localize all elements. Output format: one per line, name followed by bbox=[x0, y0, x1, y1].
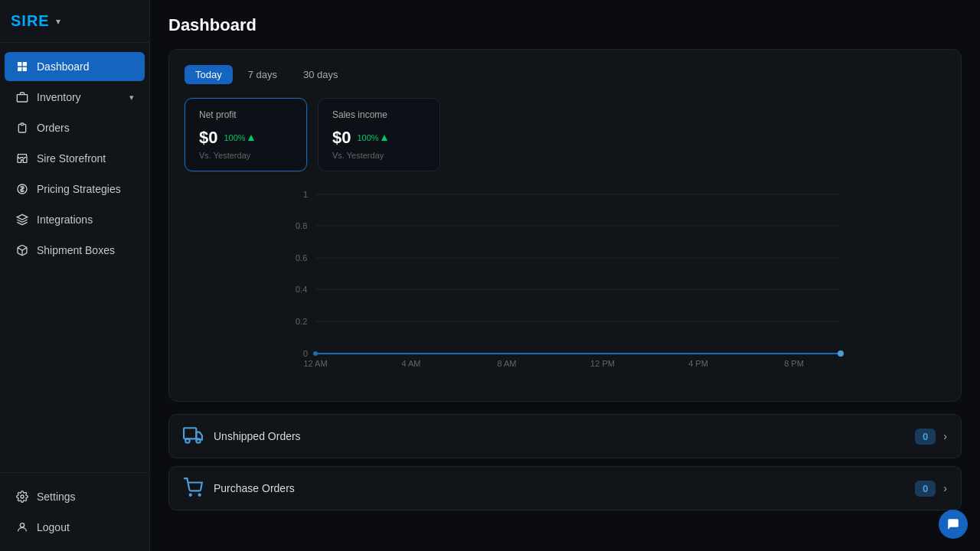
sidebar-item-label: Orders bbox=[37, 122, 134, 134]
svg-text:4 AM: 4 AM bbox=[401, 359, 420, 368]
sidebar-item-integrations[interactable]: Integrations bbox=[5, 205, 145, 234]
chart-svg: 1 0.8 0.6 0.4 0.2 0 12 AM bbox=[185, 187, 946, 370]
sidebar-item-inventory[interactable]: Inventory ▾ bbox=[5, 83, 145, 112]
sidebar-item-label: Settings bbox=[37, 491, 134, 503]
page-title: Dashboard bbox=[168, 15, 962, 35]
metric-value: $0 bbox=[199, 128, 217, 148]
logo: SIRE bbox=[11, 12, 50, 30]
unshipped-orders-count: 0 bbox=[915, 429, 936, 445]
svg-text:12 PM: 12 PM bbox=[590, 359, 615, 368]
period-tabs: Today 7 days 30 days bbox=[185, 65, 946, 84]
svg-rect-1 bbox=[23, 62, 27, 66]
svg-text:8 AM: 8 AM bbox=[497, 359, 516, 368]
tab-7days[interactable]: 7 days bbox=[237, 65, 288, 84]
cart-icon bbox=[183, 478, 204, 499]
svg-text:0.2: 0.2 bbox=[296, 317, 307, 326]
svg-text:8 PM: 8 PM bbox=[784, 359, 804, 368]
sidebar-item-label: Sire Storefront bbox=[37, 152, 134, 165]
sidebar-item-label: Integrations bbox=[37, 214, 134, 226]
svg-point-23 bbox=[313, 351, 318, 356]
svg-text:0.6: 0.6 bbox=[296, 253, 307, 262]
svg-point-35 bbox=[199, 494, 201, 496]
tab-today[interactable]: Today bbox=[185, 65, 233, 84]
metric-cards: Net profit $0 100% Vs. Yesterday Sales i… bbox=[185, 98, 946, 171]
svg-point-32 bbox=[185, 439, 189, 442]
sidebar-item-storefront[interactable]: Sire Storefront bbox=[5, 144, 145, 173]
sidebar-item-pricing[interactable]: Pricing Strategies bbox=[5, 174, 145, 204]
metric-vs: Vs. Yesterday bbox=[332, 151, 426, 160]
svg-point-7 bbox=[21, 495, 24, 498]
main-content: Dashboard Today 7 days 30 days Net profi… bbox=[150, 0, 980, 551]
purchase-orders-label: Purchase Orders bbox=[214, 482, 915, 494]
unshipped-orders-section: Unshipped Orders 0 › bbox=[168, 414, 962, 458]
unshipped-orders-arrow[interactable]: › bbox=[943, 430, 947, 442]
metric-card-net-profit: Net profit $0 100% Vs. Yesterday bbox=[185, 98, 307, 171]
sidebar: SIRE ▾ Dashboard Inventory ▾ Orders bbox=[0, 0, 150, 551]
sidebar-item-logout[interactable]: Logout bbox=[5, 513, 145, 542]
metric-change: 100% bbox=[224, 133, 254, 142]
svg-marker-9 bbox=[248, 135, 254, 141]
sidebar-item-orders[interactable]: Orders bbox=[5, 113, 145, 142]
truck-icon bbox=[183, 425, 204, 447]
pricing-icon bbox=[15, 182, 29, 196]
dashboard-card: Today 7 days 30 days Net profit $0 100% … bbox=[168, 49, 962, 402]
sidebar-item-shipment[interactable]: Shipment Boxes bbox=[5, 236, 145, 265]
tab-30days[interactable]: 30 days bbox=[292, 65, 349, 84]
svg-point-8 bbox=[20, 523, 24, 527]
chart-area: 1 0.8 0.6 0.4 0.2 0 12 AM bbox=[185, 187, 946, 386]
orders-icon bbox=[15, 121, 29, 135]
svg-text:0.8: 0.8 bbox=[296, 221, 307, 230]
metric-value-row: $0 100% bbox=[332, 128, 426, 148]
svg-text:12 AM: 12 AM bbox=[303, 359, 327, 368]
inventory-icon bbox=[15, 90, 29, 104]
sidebar-item-label: Pricing Strategies bbox=[37, 183, 134, 195]
logout-icon bbox=[15, 520, 29, 534]
svg-rect-2 bbox=[18, 67, 21, 71]
svg-point-34 bbox=[190, 494, 191, 496]
sidebar-item-label: Shipment Boxes bbox=[37, 244, 134, 256]
svg-text:4 PM: 4 PM bbox=[688, 359, 708, 368]
storefront-icon bbox=[15, 152, 29, 165]
metric-label: Sales income bbox=[332, 109, 426, 120]
svg-rect-31 bbox=[184, 428, 196, 439]
sidebar-header: SIRE ▾ bbox=[0, 0, 149, 43]
purchase-orders-section: Purchase Orders 0 › bbox=[168, 466, 962, 510]
sidebar-item-label: Dashboard bbox=[37, 60, 134, 73]
integrations-icon bbox=[15, 213, 29, 227]
svg-point-33 bbox=[196, 439, 200, 442]
metric-label: Net profit bbox=[199, 109, 292, 120]
svg-text:0.4: 0.4 bbox=[296, 285, 307, 294]
svg-point-24 bbox=[838, 350, 844, 357]
metric-vs: Vs. Yesterday bbox=[199, 151, 292, 160]
svg-rect-0 bbox=[18, 62, 21, 66]
svg-rect-3 bbox=[23, 67, 27, 71]
purchase-orders-arrow[interactable]: › bbox=[943, 482, 947, 494]
metric-change: 100% bbox=[357, 133, 387, 142]
sidebar-item-settings[interactable]: Settings bbox=[5, 482, 145, 511]
sidebar-item-label: Inventory bbox=[37, 91, 129, 103]
sidebar-item-label: Logout bbox=[37, 521, 134, 533]
purchase-orders-count: 0 bbox=[915, 481, 936, 497]
metric-value: $0 bbox=[332, 128, 351, 148]
metric-value-row: $0 100% bbox=[199, 128, 292, 148]
svg-marker-10 bbox=[381, 135, 387, 141]
svg-text:1: 1 bbox=[303, 190, 308, 199]
shipment-icon bbox=[15, 243, 29, 257]
chevron-down-icon: ▾ bbox=[129, 93, 134, 103]
sidebar-bottom: Settings Logout bbox=[0, 472, 149, 551]
unshipped-orders-label: Unshipped Orders bbox=[214, 430, 915, 442]
svg-text:0: 0 bbox=[303, 349, 308, 358]
sidebar-nav: Dashboard Inventory ▾ Orders Sire Storef… bbox=[0, 43, 149, 472]
chat-widget[interactable] bbox=[939, 510, 968, 539]
dropdown-icon[interactable]: ▾ bbox=[56, 16, 60, 27]
settings-icon bbox=[15, 490, 29, 504]
metric-card-sales-income: Sales income $0 100% Vs. Yesterday bbox=[318, 98, 440, 171]
sidebar-item-dashboard[interactable]: Dashboard bbox=[5, 52, 145, 81]
svg-rect-4 bbox=[17, 95, 27, 102]
dashboard-icon bbox=[15, 60, 29, 73]
